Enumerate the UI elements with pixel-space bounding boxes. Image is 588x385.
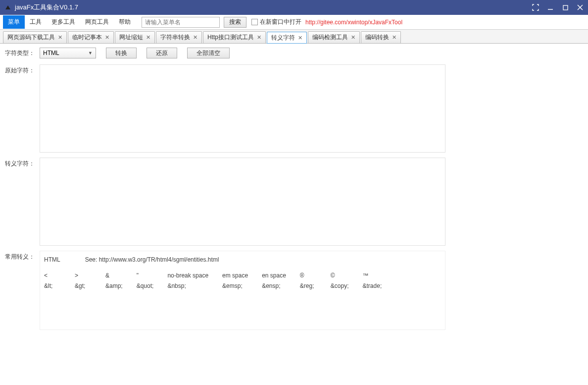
original-textarea[interactable] <box>40 64 445 153</box>
tab-label: 网页源码下载工具 <box>7 33 55 42</box>
tab-close-icon[interactable]: ✕ <box>351 34 355 41</box>
ref-char: ® <box>300 271 304 280</box>
char-type-label: 字符类型： <box>5 49 35 57</box>
tab-label: 临时记事本 <box>72 33 102 42</box>
tab-2[interactable]: 网址缩短✕ <box>115 31 155 43</box>
ref-char: em space <box>222 271 248 280</box>
ref-col-2: &&amp; <box>105 271 123 290</box>
tab-close-icon[interactable]: ✕ <box>146 34 150 41</box>
tab-label: Http接口测试工具 <box>207 33 254 42</box>
tab-5[interactable]: 转义字符✕ <box>267 32 307 44</box>
ref-col-7: ®&reg; <box>300 271 317 290</box>
tab-close-icon[interactable]: ✕ <box>298 35 302 41</box>
menu-search-input[interactable] <box>142 17 220 28</box>
tab-close-icon[interactable]: ✕ <box>58 34 62 41</box>
ref-col-4: no-break space&nbsp; <box>167 271 208 290</box>
ref-char: © <box>331 271 335 280</box>
tab-3[interactable]: 字符串转换✕ <box>156 31 202 43</box>
ref-code: &nbsp; <box>167 281 186 290</box>
ref-col-1: >&gt; <box>75 271 92 290</box>
tab-label: 字符串转换 <box>160 33 190 42</box>
window-title: javaFx工具集合V0.1.7 <box>15 3 532 12</box>
tab-6[interactable]: 编码检测工具✕ <box>308 31 360 43</box>
tab-close-icon[interactable]: ✕ <box>193 34 197 41</box>
convert-button[interactable]: 转换 <box>106 48 137 58</box>
title-bar: javaFx工具集合V0.1.7 <box>0 0 588 15</box>
ref-code: &copy; <box>331 281 349 290</box>
tab-1[interactable]: 临时记事本✕ <box>68 31 114 43</box>
menu-item-more-tools[interactable]: 更多工具 <box>47 15 80 29</box>
ref-col-5: em space&emsp; <box>222 271 248 290</box>
ref-char: > <box>75 271 78 280</box>
menu-bar: 菜单 工具 更多工具 网页工具 帮助 搜索 在新窗口中打开 http://git… <box>0 15 588 30</box>
tab-4[interactable]: Http接口测试工具✕ <box>203 31 266 43</box>
maximize-icon[interactable] <box>561 3 569 11</box>
ref-code: &quot; <box>137 281 154 290</box>
close-icon[interactable] <box>576 3 584 11</box>
tab-7[interactable]: 编码转换✕ <box>361 31 401 43</box>
search-button[interactable]: 搜索 <box>224 17 246 28</box>
reference-head-type: HTML <box>44 255 60 264</box>
ref-char: no-break space <box>167 271 208 280</box>
ref-col-3: "&quot; <box>137 271 154 290</box>
restore-button[interactable]: 还原 <box>147 48 177 58</box>
ref-col-8: ©&copy; <box>331 271 349 290</box>
menu-item-tools[interactable]: 工具 <box>25 15 47 29</box>
reference-panel: HTML See: http://www.w3.org/TR/html4/sgm… <box>40 251 445 330</box>
ref-col-0: <&lt; <box>44 271 61 290</box>
reference-head-link: See: http://www.w3.org/TR/html4/sgml/ent… <box>85 255 219 264</box>
ref-code: &amp; <box>105 281 123 290</box>
menu-item-web-tools[interactable]: 网页工具 <box>80 15 114 29</box>
repo-link[interactable]: http://gitee.com/xwintop/xJavaFxTool <box>305 19 402 26</box>
chevron-down-icon: ▼ <box>88 51 93 55</box>
ref-code: &lt; <box>44 281 52 290</box>
ref-col-6: en space&ensp; <box>262 271 286 290</box>
tab-close-icon[interactable]: ✕ <box>392 34 396 41</box>
tab-bar: 网页源码下载工具✕临时记事本✕网址缩短✕字符串转换✕Http接口测试工具✕转义字… <box>0 30 588 44</box>
svg-rect-1 <box>563 5 568 10</box>
app-icon <box>4 3 12 11</box>
ref-code: &trade; <box>363 281 382 290</box>
minimize-icon[interactable] <box>546 3 554 11</box>
tab-close-icon[interactable]: ✕ <box>105 34 109 41</box>
tab-label: 编码转换 <box>365 33 389 42</box>
new-window-label: 在新窗口中打开 <box>260 18 301 26</box>
content-pane: 字符类型： HTML ▼ 转换 还原 全部清空 原始字符： 转义字符： 常用转义… <box>0 44 588 339</box>
ref-code: &reg; <box>300 281 314 290</box>
escaped-label: 转义字符： <box>5 158 40 246</box>
char-type-combo[interactable]: HTML ▼ <box>40 48 96 58</box>
char-type-value: HTML <box>43 50 59 56</box>
clear-all-button[interactable]: 全部清空 <box>187 48 230 58</box>
tab-label: 网址缩短 <box>119 33 143 42</box>
ref-code: &ensp; <box>262 281 280 290</box>
menu-item-help[interactable]: 帮助 <box>114 15 136 29</box>
tab-close-icon[interactable]: ✕ <box>257 34 261 41</box>
tab-label: 转义字符 <box>271 34 295 42</box>
ref-char: " <box>137 271 139 280</box>
ref-char: ™ <box>363 271 369 280</box>
new-window-checkbox[interactable] <box>251 19 258 25</box>
original-label: 原始字符： <box>5 64 40 153</box>
ref-code: &emsp; <box>222 281 243 290</box>
tab-0[interactable]: 网页源码下载工具✕ <box>3 31 67 43</box>
reference-label: 常用转义： <box>5 251 40 330</box>
tab-label: 编码检测工具 <box>312 33 348 42</box>
ref-char: & <box>105 271 109 280</box>
escaped-textarea[interactable] <box>40 158 445 246</box>
ref-code: &gt; <box>75 281 85 290</box>
menu-item-main[interactable]: 菜单 <box>3 15 25 29</box>
fullscreen-icon[interactable] <box>532 3 539 11</box>
ref-char: < <box>44 271 48 280</box>
ref-col-9: ™&trade; <box>363 271 382 290</box>
ref-char: en space <box>262 271 286 280</box>
